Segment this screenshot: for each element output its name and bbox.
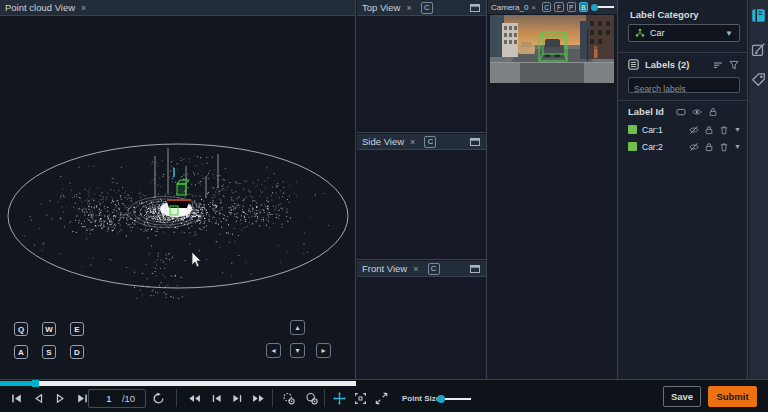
pan-left-button[interactable]: ◂ (266, 343, 281, 358)
point-cloud-viewport[interactable]: Q W E A S D ▴ ◂ ▾ ▸ (0, 16, 355, 379)
chevron-down-icon: ▼ (725, 29, 733, 38)
hotkey-d-label: D (74, 348, 80, 357)
eye-off-icon[interactable] (689, 125, 699, 135)
fit-box-button[interactable] (352, 391, 368, 406)
labels-panel-icon[interactable] (751, 8, 766, 23)
hotkey-d[interactable]: D (70, 345, 84, 359)
arrow-left-icon: ◂ (271, 346, 275, 355)
cuboid-icon[interactable] (676, 107, 686, 117)
lock-icon[interactable] (708, 107, 718, 117)
close-icon[interactable]: × (406, 3, 411, 13)
edit-icon[interactable] (751, 42, 766, 57)
close-icon[interactable]: × (413, 264, 418, 274)
close-icon[interactable]: × (531, 3, 536, 12)
point-size-slider[interactable] (441, 398, 471, 400)
side-view-panel: Side View × C (357, 134, 486, 260)
seekbar-handle[interactable] (32, 380, 39, 387)
skip-to-start-button[interactable] (8, 391, 24, 406)
chevron-down-icon[interactable]: ▼ (734, 126, 741, 133)
right-tool-strip (749, 0, 768, 379)
annotation-app: Point cloud View × (0, 0, 768, 412)
move-tool-button[interactable] (331, 391, 347, 406)
top-view-viewport[interactable] (357, 16, 486, 132)
camera-b-button[interactable]: B (579, 2, 588, 12)
lock-icon[interactable] (704, 142, 714, 152)
camera-c-button[interactable]: C (542, 2, 551, 12)
point-cloud-intensity-toggle[interactable] (303, 391, 319, 406)
chevron-down-icon[interactable]: ▼ (734, 143, 741, 150)
filter-icon[interactable] (729, 60, 739, 70)
close-icon[interactable]: × (81, 3, 86, 13)
hotkey-e[interactable]: E (70, 322, 84, 336)
hotkey-a[interactable]: A (14, 345, 28, 359)
front-view-viewport[interactable] (357, 277, 486, 379)
hotkey-w[interactable]: W (42, 322, 56, 336)
mouse-cursor (192, 252, 201, 267)
eye-off-icon[interactable] (689, 142, 699, 152)
maximize-icon[interactable] (469, 2, 481, 14)
camera-header: Camera_0 × C F P B (488, 0, 617, 14)
front-view-panel: Front View × C (357, 261, 486, 379)
label-row-car2[interactable]: Car:2 ▼ (628, 139, 741, 154)
side-view-c-button[interactable]: C (424, 136, 436, 148)
step-forward-button[interactable] (229, 391, 245, 406)
label-sidebar: Label Category Car ▼ Labels (2) (618, 0, 748, 379)
front-view-header: Front View × C (357, 261, 486, 277)
pan-right-button[interactable]: ▸ (316, 343, 331, 358)
hotkey-s[interactable]: S (42, 345, 56, 359)
submit-button[interactable]: Submit (708, 386, 757, 407)
label-category-select[interactable]: Car ▼ (628, 24, 740, 42)
side-view-header: Side View × C (357, 134, 486, 150)
previous-frame-button[interactable] (30, 391, 46, 406)
label-category-title: Label Category (630, 9, 699, 20)
tag-icon[interactable] (751, 72, 766, 87)
label-color-swatch (628, 142, 637, 151)
save-button[interactable]: Save (663, 386, 701, 407)
camera-slider-knob[interactable] (591, 4, 598, 11)
frame-counter: /10 (88, 389, 146, 408)
point-cloud-ground-toggle[interactable] (280, 391, 296, 406)
front-view-title: Front View (362, 263, 407, 274)
camera-opacity-slider[interactable] (594, 6, 614, 8)
maximize-icon[interactable] (469, 263, 481, 275)
eye-icon[interactable] (692, 107, 702, 117)
step-back-button[interactable] (208, 391, 224, 406)
fast-forward-button[interactable] (250, 391, 266, 406)
arrow-right-icon: ▸ (321, 346, 325, 355)
top-view-c-button[interactable]: C (421, 2, 433, 14)
point-size-knob[interactable] (437, 395, 445, 403)
fast-rewind-button[interactable] (186, 391, 202, 406)
point-size-label: Point Size (402, 394, 440, 403)
camera-panel: Camera_0 × C F P B (488, 0, 618, 379)
top-view-header: Top View × C (357, 0, 486, 16)
frame-number-input[interactable] (99, 393, 119, 404)
camera-title: Camera_0 (491, 3, 528, 12)
loop-playback-button[interactable] (150, 391, 166, 406)
hotkey-q[interactable]: Q (14, 322, 28, 336)
trash-icon[interactable] (719, 142, 729, 152)
close-icon[interactable]: × (410, 137, 415, 147)
play-button[interactable] (52, 391, 68, 406)
camera-f-button[interactable]: F (554, 2, 563, 12)
pan-up-button[interactable]: ▴ (290, 320, 305, 335)
trash-icon[interactable] (719, 125, 729, 135)
label-cuboid-car1[interactable] (177, 180, 189, 195)
label-color-swatch (628, 125, 637, 134)
frame-seekbar[interactable] (0, 381, 356, 386)
pan-down-button[interactable]: ▾ (290, 343, 305, 358)
label-name: Car:1 (642, 125, 663, 135)
maximize-icon[interactable] (469, 136, 481, 148)
sort-icon[interactable] (713, 60, 723, 70)
camera-image[interactable] (490, 15, 614, 83)
label-id-header: Label Id (628, 106, 664, 117)
lock-icon[interactable] (704, 125, 714, 135)
fullscreen-button[interactable] (373, 391, 389, 406)
search-labels-input[interactable] (629, 82, 739, 96)
front-view-c-button[interactable]: C (428, 263, 440, 275)
labels-count-header: Labels (2) (645, 59, 689, 70)
side-view-viewport[interactable] (357, 150, 486, 259)
side-view-title: Side View (362, 136, 404, 147)
camera-p-button[interactable]: P (567, 2, 576, 12)
label-cuboid-car2[interactable] (170, 206, 178, 215)
label-row-car1[interactable]: Car:1 ▼ (628, 122, 741, 137)
